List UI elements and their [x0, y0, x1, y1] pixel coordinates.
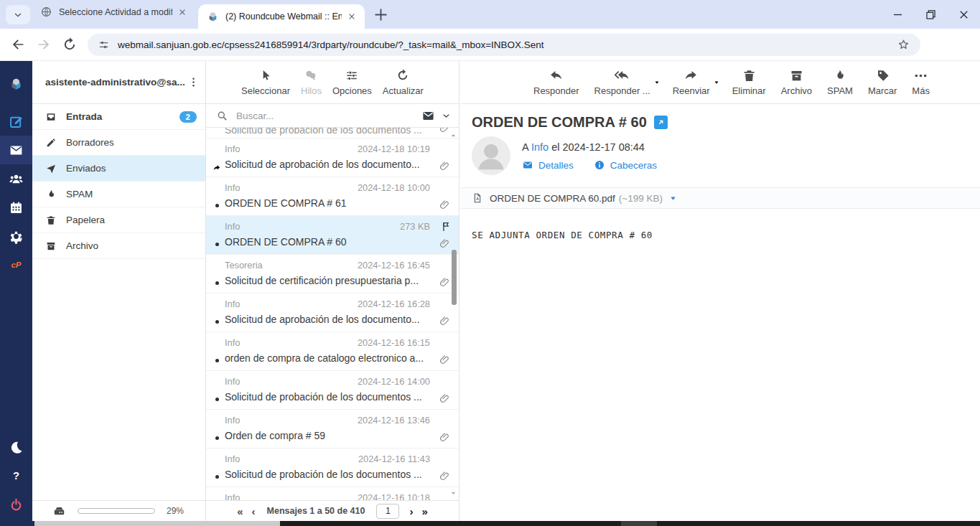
row-meta: Info2024-12-16 13:46 — [225, 414, 430, 426]
site-settings-icon[interactable] — [98, 39, 110, 51]
search-scope-mail-icon[interactable] — [421, 109, 435, 123]
disk-icon — [52, 504, 66, 518]
last-page-button[interactable]: » — [421, 506, 427, 517]
message-row[interactable]: Info2024-12-16 14:00Solicitud de probaci… — [206, 371, 459, 410]
message-toolbar-archivo-button[interactable]: Archivo — [781, 68, 812, 96]
minimize-button[interactable] — [881, 0, 914, 29]
message-toolbar-marcar-button[interactable]: Marcar — [868, 68, 897, 96]
flame-icon — [832, 68, 847, 83]
message-row[interactable]: Info273 KBORDEN DE COMPRA # 60 — [206, 216, 459, 255]
search-options-chevron-icon[interactable] — [441, 111, 452, 121]
message-toolbar-eliminar-button[interactable]: Eliminar — [732, 68, 766, 96]
restore-button[interactable] — [914, 0, 947, 29]
folder-item-archivo[interactable]: Archivo — [32, 233, 205, 259]
close-tab-icon[interactable] — [346, 11, 358, 22]
folder-item-spam[interactable]: SPAM — [32, 182, 205, 207]
dropdown-caret-icon[interactable] — [653, 78, 661, 85]
message-toolbar-reenviar-button[interactable]: Reenviar — [673, 68, 710, 96]
list-toolbar-seleccionar-button[interactable]: Seleccionar — [241, 68, 290, 96]
attachment-menu-caret-icon[interactable] — [668, 194, 678, 203]
bottom-strip-segment — [621, 521, 657, 526]
minimize-icon — [891, 8, 905, 22]
info-icon — [594, 159, 605, 171]
rail-item-contacts[interactable] — [0, 164, 32, 193]
attachment-paperclip-icon — [439, 160, 451, 172]
tab-list-button[interactable] — [6, 5, 30, 24]
folder-item-borradores[interactable]: Borradores — [32, 130, 205, 156]
list-toolbar-actualizar-button[interactable]: Actualizar — [383, 68, 424, 96]
forward-button[interactable] — [36, 37, 52, 52]
search-input[interactable] — [235, 110, 421, 122]
message-row[interactable]: Info2024-12-16 10:18 — [206, 487, 459, 500]
row-meta: Info2024-12-18 10:19 — [225, 143, 430, 155]
message-row[interactable]: Info2024-12-16 13:46Orden de compra # 59 — [206, 410, 459, 448]
rail-item-calendar[interactable] — [0, 193, 32, 222]
tab-title: Seleccione Actividad a modifica — [59, 7, 172, 17]
rail-item-dark-mode[interactable] — [0, 433, 32, 461]
rail-item-mail[interactable] — [0, 136, 32, 164]
message-toolbar-spam-button[interactable]: SPAM — [827, 68, 853, 96]
browser-tab-1[interactable]: Seleccione Actividad a modifica — [32, 6, 195, 18]
window-controls — [881, 0, 980, 29]
rail-item-roundcube-logo[interactable] — [0, 70, 32, 98]
message-meta: A Info el 2024-12-17 08:44 — [522, 141, 645, 153]
account-menu-icon[interactable] — [187, 76, 200, 88]
message-toolbar-m-s-button[interactable]: Más — [912, 68, 930, 96]
folder-item-entrada[interactable]: Entrada2 — [32, 104, 205, 130]
recipient-link[interactable]: Info — [531, 141, 549, 153]
message-row[interactable]: Info2024-12-16 11:43Solicitud de probaci… — [206, 448, 459, 487]
message-row[interactable]: Info2024-12-18 10:00ORDEN DE COMPRA # 61 — [206, 177, 459, 216]
message-toolbar-responder-button[interactable]: Responder ... — [594, 68, 650, 96]
details-link[interactable]: Detalles — [522, 159, 574, 171]
attachment-filename[interactable]: ORDEN DE COMPRA 60.pdf — [490, 193, 615, 204]
list-toolbar-opciones-button[interactable]: Opciones — [332, 68, 372, 96]
folder-label: SPAM — [66, 189, 93, 199]
url-text[interactable]: webmail.sanjuan.gob.ec/cpsess2416859914/… — [118, 39, 897, 50]
folder-item-papelera[interactable]: Papelera — [32, 207, 205, 233]
roundcube-favicon — [207, 11, 219, 23]
message-row[interactable]: Info2024-12-16 16:28Solicitud de aprobac… — [206, 293, 459, 332]
row-meta: Info2024-12-18 10:00 — [225, 182, 430, 194]
open-in-new-window-icon[interactable] — [654, 116, 668, 129]
close-window-button[interactable] — [947, 0, 980, 29]
message-row[interactable]: Info2024-12-18 10:19Solicitud de aprobac… — [206, 138, 459, 177]
close-tab-icon[interactable] — [177, 6, 188, 18]
attachment-bar[interactable]: A ORDEN DE COMPRA 60.pdf (~199 KB) — [460, 187, 980, 209]
message-row[interactable]: Solicitud de probación de los documentos… — [206, 128, 459, 138]
pdf-file-icon: A — [472, 192, 483, 204]
new-tab-button[interactable] — [372, 6, 390, 24]
bottom-strip-navy — [0, 521, 34, 526]
quota-percent: 29% — [167, 506, 184, 516]
row-meta: Info273 KB — [225, 220, 430, 233]
headers-link[interactable]: Cabeceras — [594, 159, 657, 171]
bookmark-star-icon[interactable] — [897, 38, 910, 52]
message-row[interactable]: Info2024-12-16 16:15orden de compra de c… — [206, 332, 459, 371]
unread-dot-icon — [213, 395, 221, 403]
address-bar[interactable]: webmail.sanjuan.gob.ec/cpsess2416859914/… — [88, 34, 920, 56]
scrollbar-thumb[interactable] — [452, 250, 457, 305]
scroll-down-arrow[interactable] — [450, 490, 457, 497]
message-row[interactable]: Tesoreria2024-12-16 16:45Solicitud de ce… — [206, 255, 459, 293]
back-button[interactable] — [10, 37, 26, 52]
rail-item-logout[interactable] — [0, 490, 32, 519]
toolbar-label: Responder — [533, 85, 579, 96]
attachment-paperclip-icon — [439, 393, 451, 405]
message-list-pane: SeleccionarHilosOpcionesActualizar Solic… — [206, 61, 459, 521]
scroll-up-arrow[interactable] — [450, 132, 457, 138]
dropdown-caret-icon[interactable] — [713, 78, 720, 85]
folder-item-enviados[interactable]: Enviados — [32, 156, 205, 182]
first-page-button[interactable]: « — [237, 506, 243, 517]
message-toolbar-responder-button[interactable]: Responder — [533, 68, 579, 96]
rail-item-compose[interactable] — [0, 107, 32, 136]
browser-tab-2[interactable]: (2) Roundcube Webmail :: Envia — [198, 4, 365, 29]
reload-button[interactable] — [62, 37, 78, 52]
prev-page-button[interactable]: ‹ — [252, 506, 256, 517]
page-number-input[interactable] — [376, 504, 399, 519]
message-toolbar: ResponderResponder ...ReenviarEliminarAr… — [460, 61, 980, 104]
rail-item-settings[interactable] — [0, 222, 32, 250]
rail-item-cpanel[interactable]: cP — [0, 250, 32, 279]
folder-label: Papelera — [66, 215, 105, 225]
message-from: Info — [225, 144, 358, 154]
next-page-button[interactable]: › — [409, 506, 413, 517]
rail-item-help[interactable]: ? — [0, 461, 32, 490]
